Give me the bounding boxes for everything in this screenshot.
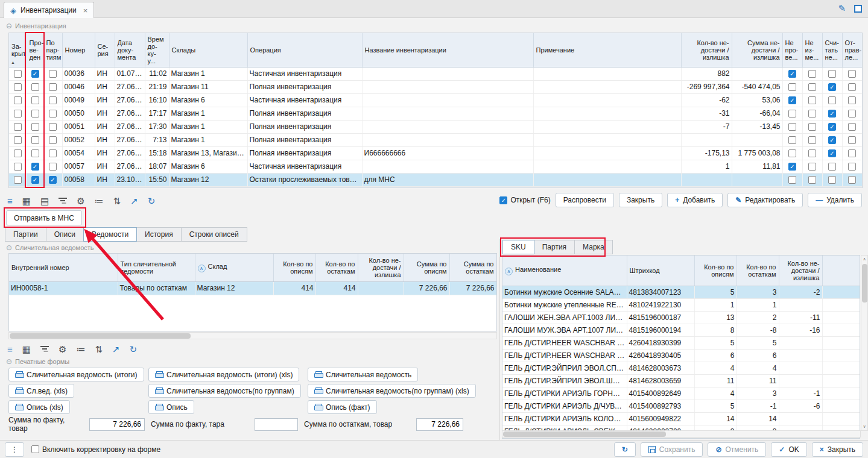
refresh-icon[interactable]: ↻: [130, 345, 138, 354]
table-row[interactable]: ГАЛОШИ ЖЕН.ЭВА АРТ.1003 ЛИТЕКС4815196000…: [502, 311, 860, 324]
view-schedule-icon[interactable]: ▤: [40, 196, 49, 205]
column-header-not_changed[interactable]: Не из- ме...: [802, 33, 822, 67]
cell-not_posted[interactable]: [782, 146, 802, 160]
numbered-list-icon[interactable]: ≔: [76, 345, 85, 354]
checkbox-open-f6[interactable]: ✓: [499, 196, 507, 204]
cell-posted[interactable]: [27, 133, 43, 146]
checkbox-unchecked[interactable]: [808, 149, 816, 157]
save-button[interactable]: Сохранить: [641, 442, 703, 457]
tab-partiya[interactable]: Партия: [534, 240, 575, 254]
cell-not_posted[interactable]: [782, 107, 802, 120]
cell-posted[interactable]: [27, 107, 43, 120]
document-tab-inventories[interactable]: ◈ Инвентаризации ×: [4, 2, 94, 18]
cell-closed[interactable]: [9, 80, 27, 93]
sum-fact-goods-input[interactable]: [89, 418, 145, 431]
column-header-qty_by_stock[interactable]: Кол-во по остаткам: [315, 254, 358, 281]
column-header-qty_by_lists[interactable]: Кол-во по описям: [694, 256, 737, 286]
sum-stock-goods-input[interactable]: [416, 418, 463, 431]
checkbox-unchecked[interactable]: [31, 96, 39, 104]
sum-fact-tare-input[interactable]: [255, 418, 298, 431]
cell-not_changed[interactable]: [802, 80, 822, 93]
checkbox-unchecked[interactable]: [848, 70, 856, 78]
cell-count_not[interactable]: ✓: [822, 80, 842, 93]
cell-posted[interactable]: [27, 120, 43, 133]
column-header-doc_time[interactable]: Врем до- ку- у...: [145, 33, 169, 67]
checkbox-checked[interactable]: ✓: [31, 163, 39, 171]
cell-by_parties[interactable]: [43, 80, 62, 93]
checkbox-unchecked[interactable]: [14, 149, 22, 157]
tab-istoriya[interactable]: История: [136, 227, 182, 242]
delete-button[interactable]: —Удалить: [808, 193, 862, 207]
column-header-stores[interactable]: Склады: [169, 33, 247, 67]
checkbox-unchecked[interactable]: [31, 110, 39, 118]
cell-not_posted[interactable]: [782, 133, 802, 146]
filter-icon[interactable]: [40, 345, 49, 353]
print-button[interactable]: Сл.вед. (xls): [8, 384, 74, 398]
column-header-by_parties[interactable]: По пар- тиям: [43, 33, 62, 67]
cell-closed[interactable]: [9, 67, 27, 80]
cell-sent[interactable]: [842, 67, 862, 80]
cell-count_not[interactable]: ✓: [822, 146, 842, 160]
table-row[interactable]: ГЕЛЬ Д/СТИР.HEER WASCHBAR УНИ...42604189…: [502, 349, 860, 362]
table-row[interactable]: ✓00036ИН01.07.2411:02Магазин 1Частичная …: [9, 67, 862, 80]
column-header-note[interactable]: Примечание: [533, 33, 681, 67]
export-icon[interactable]: ↗: [130, 196, 138, 205]
settings-gear-icon[interactable]: ⚙: [77, 196, 84, 205]
print-button[interactable]: Опись: [148, 400, 194, 414]
checkbox-checked[interactable]: ✓: [828, 136, 836, 144]
cell-closed[interactable]: [9, 133, 27, 146]
column-header-count_not[interactable]: Счи- тать не...: [822, 33, 842, 67]
column-header-sum_shortage[interactable]: Сумма не- достачи / излишка: [732, 33, 782, 67]
table-row[interactable]: ИН00058-1Товары по остаткамМагазин 12414…: [9, 281, 496, 295]
checkbox-unchecked[interactable]: [848, 96, 856, 104]
checkbox-unchecked[interactable]: [808, 70, 816, 78]
checkbox-checked[interactable]: ✓: [31, 70, 39, 78]
view-settings-icon[interactable]: ≡: [7, 345, 13, 354]
vertical-scrollbar[interactable]: ∧ ∨: [861, 255, 868, 431]
cell-not_changed[interactable]: [802, 67, 822, 80]
view-table-icon[interactable]: ▦: [22, 345, 31, 354]
tab-stroki-opisey[interactable]: Строки описей: [181, 227, 247, 242]
checkbox-unchecked[interactable]: [14, 110, 22, 118]
table-row[interactable]: 00052ИН27.06.247:13Магазин 1Полная инвен…: [9, 133, 862, 146]
cell-not_changed[interactable]: [802, 160, 822, 173]
checkbox-unchecked[interactable]: [848, 163, 856, 171]
column-header-qty_shortage[interactable]: Кол-во не- достачи / излишка: [358, 254, 404, 281]
cell-not_changed[interactable]: [802, 146, 822, 160]
column-header-inventory_name[interactable]: Название инвентаризации: [362, 33, 533, 67]
tab-close-icon[interactable]: ×: [83, 6, 88, 15]
cell-posted[interactable]: [27, 146, 43, 160]
checkbox-unchecked[interactable]: [14, 136, 22, 144]
scrollbar-thumb[interactable]: [10, 333, 191, 339]
unpost-button[interactable]: Распровести: [556, 193, 614, 207]
checkbox-unchecked[interactable]: [828, 70, 836, 78]
view-table-icon[interactable]: ▦: [22, 196, 31, 205]
cell-posted[interactable]: ✓: [27, 160, 43, 173]
collapse-icon[interactable]: ⊖: [6, 22, 12, 30]
table-row[interactable]: ГЕЛЬ Д/СТИРКИ АРИЭЛЬ КОЛОР 15...40156009…: [502, 412, 860, 425]
table-row[interactable]: ГЕЛЬ Д/СТИР.ЭЙПРИЛ ЭВОЛ.ШЕРСТ...48146280…: [502, 374, 860, 387]
cell-sent[interactable]: [842, 80, 862, 93]
view-settings-icon[interactable]: ≡: [7, 196, 13, 205]
cell-closed[interactable]: [9, 107, 27, 120]
table-row[interactable]: 00050ИН27.06.2417:17Магазин 1Полная инве…: [9, 107, 862, 120]
checkbox-unchecked[interactable]: [828, 176, 836, 184]
cell-closed[interactable]: [9, 120, 27, 133]
cell-posted[interactable]: [27, 80, 43, 93]
numbered-list-icon[interactable]: ≔: [95, 196, 104, 205]
scroll-up-icon[interactable]: ∧: [861, 257, 867, 262]
correction-checkbox[interactable]: Включить корректировку на форме: [31, 445, 160, 454]
cell-by_parties[interactable]: [43, 120, 62, 133]
print-button[interactable]: Сличительная ведомость: [308, 368, 418, 381]
checkbox-unchecked[interactable]: [808, 123, 816, 131]
checkbox-unchecked[interactable]: [808, 110, 816, 118]
column-header-store[interactable]: ∧Склад: [195, 254, 273, 281]
checkbox-unchecked[interactable]: [14, 163, 22, 171]
cell-not_changed[interactable]: [802, 133, 822, 146]
tab-sku[interactable]: SKU: [502, 240, 534, 254]
checkbox-correction[interactable]: [31, 445, 39, 453]
ok-button[interactable]: ✓OK: [771, 442, 806, 457]
cell-not_posted[interactable]: ✓: [782, 160, 802, 173]
filter-icon[interactable]: [59, 197, 67, 204]
cell-not_changed[interactable]: [802, 120, 822, 133]
